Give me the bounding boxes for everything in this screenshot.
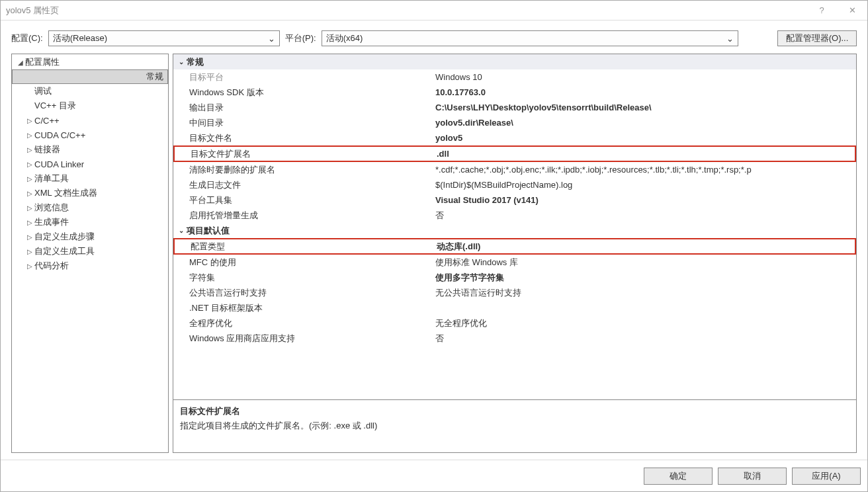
property-label: .NET 目标框架版本 <box>173 300 433 315</box>
tree-item[interactable]: ▷清单工具 <box>12 171 168 186</box>
tree-item-label: CUDA Linker <box>34 159 84 169</box>
property-label: 目标文件名 <box>173 130 433 145</box>
property-value[interactable]: 否 <box>433 331 856 346</box>
property-row[interactable]: 配置类型动态库(.dll) <box>173 238 856 255</box>
property-value[interactable]: Windows 10 <box>433 69 856 85</box>
platform-select[interactable]: 活动(x64) ⌄ <box>322 30 738 46</box>
tree-item[interactable]: ▷CUDA Linker <box>12 157 168 171</box>
tree-item-label: 清单工具 <box>34 173 69 184</box>
expand-icon: ▷ <box>25 248 34 255</box>
property-value[interactable] <box>433 300 856 315</box>
expand-icon: ▷ <box>25 204 34 212</box>
property-label: Windows 应用商店应用支持 <box>173 331 433 346</box>
property-section-header[interactable]: ⌄项目默认值 <box>173 223 856 238</box>
tree-item[interactable]: ▷链接器 <box>12 142 168 157</box>
expand-icon: ▷ <box>25 161 34 168</box>
property-row[interactable]: 生成日志文件$(IntDir)$(MSBuildProjectName).log <box>173 177 856 192</box>
property-row[interactable]: 目标文件扩展名.dll <box>173 145 856 162</box>
expand-icon: ▷ <box>25 146 34 153</box>
platform-value: 活动(x64) <box>326 32 363 44</box>
property-value[interactable]: C:\Users\LHY\Desktop\yolov5\tensorrt\bui… <box>433 100 856 115</box>
property-value[interactable]: $(IntDir)$(MSBuildProjectName).log <box>433 177 856 192</box>
property-label: 清除时要删除的扩展名 <box>173 162 433 177</box>
property-value[interactable]: 无全程序优化 <box>433 315 856 331</box>
collapse-icon: ◢ <box>16 59 25 66</box>
property-label: 公共语言运行时支持 <box>173 285 433 300</box>
property-value[interactable]: 动态库(.dll) <box>434 239 855 253</box>
property-row[interactable]: Windows SDK 版本10.0.17763.0 <box>173 85 856 100</box>
expand-icon: ▷ <box>25 233 34 241</box>
property-section-header[interactable]: ⌄常规 <box>173 54 856 69</box>
tree-item[interactable]: ▷XML 文档生成器 <box>12 186 168 200</box>
tree-item-label: 常规 <box>146 71 163 83</box>
property-row[interactable]: 输出目录C:\Users\LHY\Desktop\yolov5\tensorrt… <box>173 100 856 115</box>
tree-item[interactable]: VC++ 目录 <box>12 99 168 113</box>
property-label: 目标文件扩展名 <box>175 147 434 161</box>
tree-item[interactable]: ▷C/C++ <box>12 113 168 128</box>
property-row[interactable]: 字符集使用多字节字符集 <box>173 270 856 285</box>
cancel-button[interactable]: 取消 <box>718 468 787 485</box>
tree-item[interactable]: 常规 <box>12 69 168 84</box>
property-value[interactable]: .dll <box>434 147 855 161</box>
property-row[interactable]: 目标文件名yolov5 <box>173 130 856 145</box>
property-row[interactable]: 目标平台Windows 10 <box>173 69 856 85</box>
property-value[interactable]: 无公共语言运行时支持 <box>433 285 856 300</box>
description-box: 目标文件扩展名 指定此项目将生成的文件扩展名。(示例: .exe 或 .dll) <box>173 400 857 453</box>
property-label: 字符集 <box>173 270 433 285</box>
property-value[interactable]: *.cdf;*.cache;*.obj;*.obj.enc;*.ilk;*.ip… <box>433 162 856 177</box>
property-row[interactable]: 平台工具集Visual Studio 2017 (v141) <box>173 192 856 208</box>
tree-item[interactable]: 调试 <box>12 84 168 99</box>
property-grid[interactable]: ⌄常规目标平台Windows 10Windows SDK 版本10.0.1776… <box>173 54 857 400</box>
property-label: 平台工具集 <box>173 192 433 208</box>
property-value[interactable]: 否 <box>433 208 856 223</box>
property-value[interactable]: Visual Studio 2017 (v141) <box>433 192 856 208</box>
expand-icon: ▷ <box>25 190 34 197</box>
property-value[interactable]: yolov5.dir\Release\ <box>433 115 856 130</box>
collapse-icon: ⌄ <box>176 227 187 234</box>
tree-root-label: 配置属性 <box>25 56 60 68</box>
help-button[interactable]: ? <box>806 1 837 20</box>
property-label: 启用托管增量生成 <box>173 208 433 223</box>
expand-icon: ▷ <box>25 263 34 270</box>
property-label: 目标平台 <box>173 69 433 85</box>
apply-button[interactable]: 应用(A) <box>792 468 861 485</box>
tree-root[interactable]: ◢配置属性 <box>12 55 168 69</box>
description-text: 指定此项目将生成的文件扩展名。(示例: .exe 或 .dll) <box>180 420 849 432</box>
property-label: 输出目录 <box>173 100 433 115</box>
tree-item-label: 自定义生成工具 <box>34 245 95 257</box>
property-row[interactable]: 全程序优化无全程序优化 <box>173 315 856 331</box>
tree-item-label: 生成事件 <box>34 216 69 228</box>
property-value[interactable]: yolov5 <box>433 130 856 145</box>
tree-item-label: 链接器 <box>34 144 60 155</box>
config-tree[interactable]: ◢配置属性常规调试VC++ 目录▷C/C++▷CUDA C/C++▷链接器▷CU… <box>11 54 169 453</box>
property-row[interactable]: 清除时要删除的扩展名*.cdf;*.cache;*.obj;*.obj.enc;… <box>173 162 856 177</box>
property-row[interactable]: 启用托管增量生成否 <box>173 208 856 223</box>
tree-item-label: CUDA C/C++ <box>34 130 85 140</box>
tree-item-label: XML 文档生成器 <box>34 187 97 199</box>
tree-item-label: 浏览信息 <box>34 202 69 214</box>
tree-item[interactable]: ▷自定义生成步骤 <box>12 229 168 244</box>
chevron-down-icon: ⌄ <box>726 34 734 44</box>
property-row[interactable]: .NET 目标框架版本 <box>173 300 856 315</box>
tree-item[interactable]: ▷浏览信息 <box>12 200 168 215</box>
tree-item-label: 自定义生成步骤 <box>34 231 95 243</box>
close-button[interactable]: ✕ <box>837 1 867 20</box>
config-select[interactable]: 活动(Release) ⌄ <box>48 30 280 46</box>
tree-item[interactable]: ▷自定义生成工具 <box>12 244 168 259</box>
property-row[interactable]: Windows 应用商店应用支持否 <box>173 331 856 346</box>
property-row[interactable]: MFC 的使用使用标准 Windows 库 <box>173 255 856 270</box>
tree-item[interactable]: ▷代码分析 <box>12 259 168 273</box>
tree-item[interactable]: ▷CUDA C/C++ <box>12 128 168 142</box>
property-row[interactable]: 中间目录yolov5.dir\Release\ <box>173 115 856 130</box>
dialog-footer: 确定 取消 应用(A) <box>1 460 867 491</box>
config-manager-button[interactable]: 配置管理器(O)... <box>777 30 857 46</box>
property-value[interactable]: 使用标准 Windows 库 <box>433 255 856 270</box>
property-row[interactable]: 公共语言运行时支持无公共语言运行时支持 <box>173 285 856 300</box>
tree-item-label: 调试 <box>34 85 52 97</box>
ok-button[interactable]: 确定 <box>644 468 713 485</box>
property-value[interactable]: 10.0.17763.0 <box>433 85 856 100</box>
tree-item-label: VC++ 目录 <box>34 100 76 112</box>
tree-item[interactable]: ▷生成事件 <box>12 215 168 229</box>
expand-icon: ▷ <box>25 132 34 139</box>
property-value[interactable]: 使用多字节字符集 <box>433 270 856 285</box>
